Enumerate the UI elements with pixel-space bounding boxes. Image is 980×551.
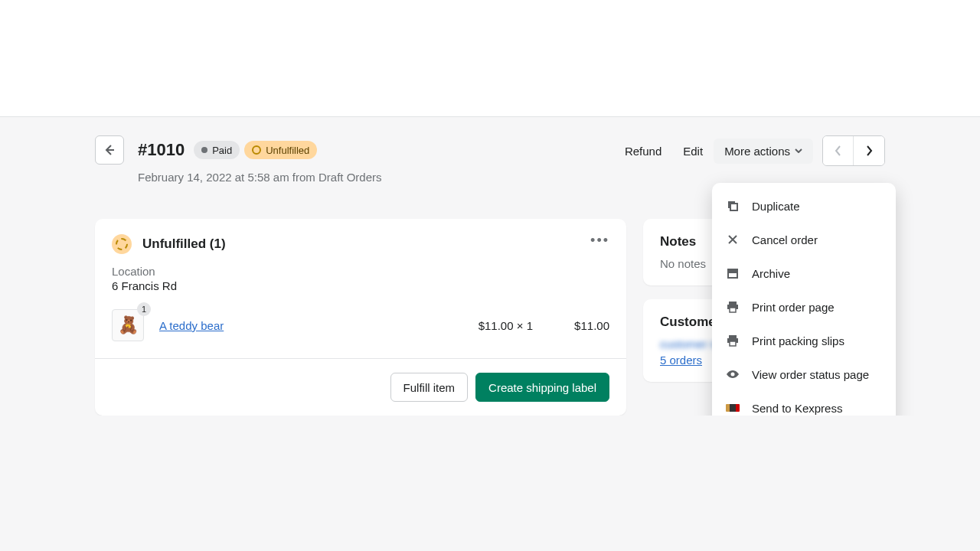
dropdown-duplicate[interactable]: Duplicate — [712, 189, 896, 223]
print-icon — [726, 300, 740, 314]
dropdown-print-order[interactable]: Print order page — [712, 290, 896, 324]
more-actions-dropdown: Duplicate Cancel order Archive — [712, 183, 896, 416]
svg-rect-4 — [729, 302, 737, 305]
line-item: 🧸 1 A teddy bear $11.00 × 1 $11.00 — [95, 295, 626, 358]
dropdown-send-kexpress[interactable]: Send to Kexpress — [712, 391, 896, 416]
arrow-left-icon — [102, 142, 117, 158]
svg-rect-3 — [728, 272, 737, 278]
dropdown-cancel[interactable]: Cancel order — [712, 223, 896, 256]
line-total: $11.00 — [533, 319, 609, 332]
prev-order-button — [823, 136, 854, 165]
unfulfilled-status-icon — [112, 234, 132, 254]
order-subtitle: February 14, 2022 at 5:58 am from Draft … — [138, 171, 885, 184]
card-more-button[interactable]: ••• — [590, 233, 609, 249]
status-badge-unfulfilled: Unfulfilled — [244, 141, 317, 159]
edit-button[interactable]: Edit — [672, 139, 714, 164]
svg-point-10 — [731, 373, 735, 377]
back-button[interactable] — [95, 135, 124, 165]
dropdown-label: Duplicate — [752, 200, 800, 213]
kexpress-logo-icon — [726, 401, 740, 415]
eye-icon — [726, 367, 740, 381]
create-shipping-label-button[interactable]: Create shipping label — [475, 373, 609, 402]
chevron-right-icon — [865, 145, 873, 157]
svg-rect-7 — [729, 335, 737, 338]
svg-rect-6 — [730, 308, 736, 312]
status-badge-paid: Paid — [194, 141, 240, 159]
unit-price: $11.00 × 1 — [479, 319, 533, 332]
dropdown-label: Cancel order — [752, 233, 818, 246]
dropdown-label: Send to Kexpress — [752, 402, 842, 415]
dropdown-print-slips[interactable]: Print packing slips — [712, 324, 896, 357]
dropdown-view-status[interactable]: View order status page — [712, 357, 896, 391]
unfulfilled-title: Unfulfilled (1) — [142, 236, 226, 252]
svg-rect-1 — [730, 204, 737, 210]
order-number: #1010 — [138, 135, 185, 165]
more-actions-label: More actions — [724, 145, 790, 158]
svg-rect-2 — [727, 269, 738, 272]
product-link[interactable]: A teddy bear — [159, 319, 224, 332]
close-icon — [726, 233, 740, 246]
caret-down-icon — [795, 148, 802, 153]
qty-badge: 1 — [137, 302, 151, 316]
refund-button[interactable]: Refund — [614, 139, 672, 164]
dropdown-label: Archive — [752, 267, 790, 280]
next-order-button[interactable] — [854, 136, 884, 165]
dropdown-label: Print packing slips — [752, 334, 844, 347]
svg-rect-9 — [730, 341, 736, 346]
dropdown-archive[interactable]: Archive — [712, 256, 896, 290]
location-value: 6 Francis Rd — [112, 279, 609, 292]
unfulfilled-card: Unfulfilled (1) ••• Location 6 Francis R… — [95, 219, 626, 416]
more-actions-button[interactable]: More actions — [714, 139, 813, 164]
dropdown-label: View order status page — [752, 368, 869, 381]
fulfill-item-button[interactable]: Fulfill item — [390, 373, 469, 402]
archive-icon — [726, 266, 740, 280]
duplicate-icon — [726, 199, 740, 213]
dropdown-label: Print order page — [752, 301, 835, 314]
location-label: Location — [112, 265, 609, 278]
chevron-left-icon — [835, 145, 842, 157]
print-icon — [726, 334, 740, 347]
customer-orders-link[interactable]: 5 orders — [660, 354, 702, 367]
